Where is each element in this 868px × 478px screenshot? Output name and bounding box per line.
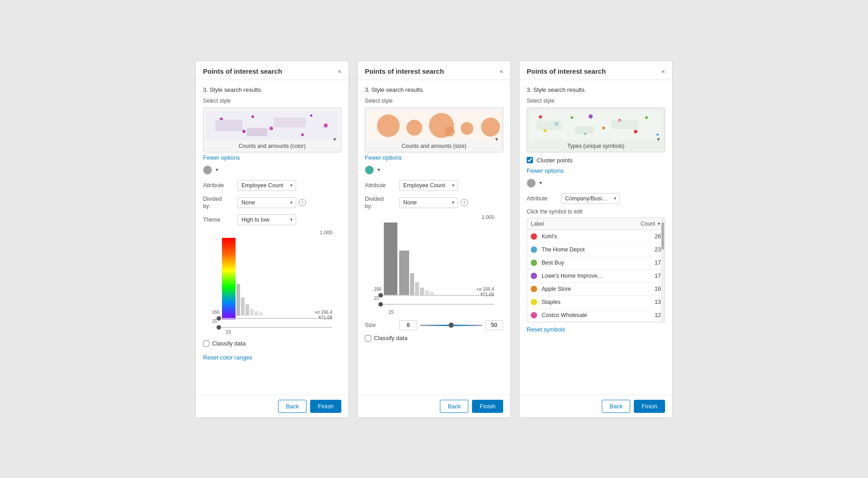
symbol-dot-0[interactable] — [531, 233, 537, 240]
panel-1-body: 3. Style search results. Select style — [196, 80, 349, 388]
count-chevron[interactable]: ▼ — [657, 222, 661, 226]
collapse-icon-1[interactable]: « — [338, 67, 341, 75]
style-name-2: Counts and amounts (size) — [368, 142, 500, 149]
attribute-select-wrapper-3: Company/Busi... — [561, 193, 620, 204]
attribute-row-2: Attribute Employee Count — [365, 180, 503, 191]
hist2-slider-bottom: 15 — [378, 304, 494, 305]
symbol-scrollbar-thumb[interactable] — [661, 222, 664, 250]
hist2-main-bar — [384, 222, 397, 295]
style-selector-2[interactable]: Counts and amounts (size) ▼ — [365, 108, 503, 152]
color-swatch-row-1: ▼ — [203, 166, 341, 175]
hist2-slider-top: 166 +σ 166.4 ₹71.09 — [378, 295, 494, 296]
color-swatch-3[interactable] — [527, 179, 536, 188]
chevron-3[interactable]: ▼ — [656, 137, 661, 142]
finish-button-1[interactable]: Finish — [310, 400, 341, 413]
symbol-dot-3[interactable] — [531, 273, 537, 279]
attribute-select-3[interactable]: Company/Busi... — [561, 193, 620, 204]
color-swatch-row-2: ▼ — [365, 166, 503, 175]
chevron-1[interactable]: ▼ — [332, 137, 337, 142]
theme-select-1[interactable]: High to low — [237, 214, 296, 225]
slider-thumb-bottom-2[interactable] — [378, 302, 383, 307]
cluster-checkbox[interactable] — [527, 157, 533, 163]
classify-label-1: Classify data — [212, 340, 245, 347]
symbol-row-5[interactable]: Staples 13 — [527, 296, 665, 309]
panel-3-footer: Back Finish — [519, 395, 672, 417]
collapse-icon-2[interactable]: « — [500, 67, 503, 75]
step-label-3: 3. Style search results. — [527, 86, 665, 93]
hist2-bar2 — [399, 251, 409, 295]
classify-checkbox-2[interactable] — [365, 335, 371, 341]
back-button-2[interactable]: Back — [440, 400, 468, 413]
panel-2-title: Points of interest search — [365, 67, 444, 75]
collapse-icon-3[interactable]: « — [661, 67, 665, 75]
slider-thumb-top-1[interactable] — [217, 316, 221, 321]
panels-container: Points of interest search « 3. Style sea… — [195, 61, 673, 418]
fewer-options-link-2[interactable]: Fewer options — [365, 154, 402, 161]
finish-button-2[interactable]: Finish — [472, 400, 503, 413]
color-swatch-2[interactable] — [365, 166, 374, 175]
slider-thumb-top-2[interactable] — [378, 293, 383, 298]
color-swatch-1[interactable] — [203, 166, 212, 175]
step-label-2: 3. Style search results. — [365, 86, 503, 93]
step-label-1: 3. Style search results. — [203, 86, 341, 93]
divided-select-2[interactable]: None — [399, 197, 458, 208]
select-style-label-3: Select style — [527, 98, 665, 104]
symbol-name-4: Apple Store — [542, 286, 650, 292]
divided-select-1[interactable]: None — [237, 197, 296, 208]
symbol-count-3: 17 — [650, 273, 661, 279]
hist1-max: 1,000 — [320, 230, 332, 235]
attribute-select-1[interactable]: Employee Count — [237, 180, 296, 191]
panel-2-header: Points of interest search « — [358, 61, 510, 80]
divided-label-2: Dividedby: — [365, 195, 396, 210]
symbol-row-6[interactable]: Costco Wholesale 12 — [527, 309, 665, 322]
symbol-row-0[interactable]: Kohl's 26 — [527, 230, 665, 243]
swatch-chevron-1[interactable]: ▼ — [215, 167, 219, 172]
attribute-label-3: Attribute — [527, 195, 558, 202]
table-label-header: Label — [531, 221, 544, 227]
sigma-low-1: ₹71.09 — [318, 315, 332, 320]
swatch-chevron-3[interactable]: ▼ — [538, 180, 543, 185]
panel-3-title: Points of interest search — [527, 67, 606, 75]
symbol-dot-4[interactable] — [531, 286, 537, 292]
size-slider[interactable] — [420, 325, 482, 326]
attribute-select-2[interactable]: Employee Count — [399, 180, 458, 191]
style-selector-3[interactable]: Types (unique symbols) ▼ — [527, 108, 665, 152]
symbol-row-2[interactable]: Best Buy 17 — [527, 256, 665, 270]
select-style-label-1: Select style — [203, 98, 341, 104]
symbol-row-3[interactable]: Lowe's Home Improve... 17 — [527, 270, 665, 283]
histogram-area-1: 1,000 166 — [203, 230, 341, 338]
panel-1-title: Points of interest search — [203, 67, 282, 75]
symbol-name-1: The Home Depot — [542, 246, 650, 253]
chevron-2[interactable]: ▼ — [494, 137, 499, 142]
cluster-label: Cluster points — [537, 157, 572, 164]
size-max-input[interactable] — [485, 320, 503, 330]
symbol-dot-6[interactable] — [531, 312, 537, 318]
reset-link-3[interactable]: Reset symbols — [527, 326, 565, 333]
histogram-area-2: 1,000 166 +σ 166 — [365, 214, 503, 318]
symbol-row-4[interactable]: Apple Store 16 — [527, 283, 665, 296]
info-icon-2[interactable]: i — [461, 199, 468, 206]
style-selector-1[interactable]: Counts and amounts (color) ▼ — [203, 108, 341, 152]
attribute-select-wrapper-1: Employee Count — [237, 180, 296, 191]
panel-2: Points of interest search « 3. Style sea… — [357, 61, 511, 418]
symbol-dot-1[interactable] — [531, 246, 537, 253]
slider-thumb-bottom-1[interactable] — [217, 325, 221, 330]
reset-link-1[interactable]: Reset color ranges — [203, 354, 252, 361]
symbol-table-header: Label Count ▼ — [527, 218, 665, 230]
back-button-3[interactable]: Back — [602, 400, 630, 413]
finish-button-3[interactable]: Finish — [634, 400, 665, 413]
symbol-row-1[interactable]: The Home Depot 23 — [527, 243, 665, 256]
fewer-options-link-1[interactable]: Fewer options — [203, 154, 240, 161]
classify-checkbox-1[interactable] — [203, 341, 209, 347]
size-min-input[interactable] — [399, 320, 417, 330]
symbol-dot-5[interactable] — [531, 299, 537, 305]
info-icon-1[interactable]: i — [299, 199, 306, 206]
fewer-options-link-3[interactable]: Fewer options — [527, 167, 564, 174]
swatch-chevron-2[interactable]: ▼ — [377, 167, 381, 172]
symbol-count-5: 13 — [650, 299, 661, 305]
symbol-dot-2[interactable] — [531, 260, 537, 266]
panel-3-header: Points of interest search « — [519, 61, 672, 80]
back-button-1[interactable]: Back — [278, 400, 307, 413]
style-name-3: Types (unique symbols) — [530, 142, 662, 149]
style-name-1: Counts and amounts (color) — [206, 142, 338, 149]
